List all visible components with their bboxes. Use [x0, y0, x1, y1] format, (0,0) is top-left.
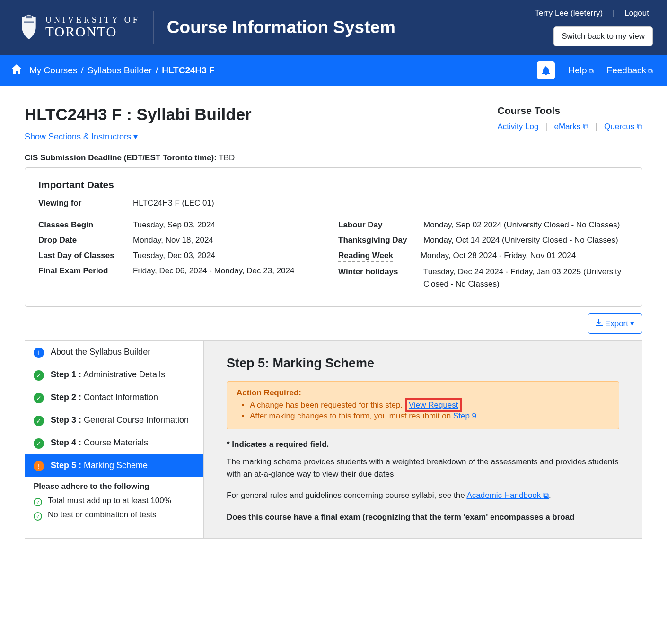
user-name-link[interactable]: Terry Lee (leeterry) — [531, 9, 607, 17]
date-label: Labour Day — [338, 219, 423, 231]
app-title: Course Information System — [167, 17, 395, 37]
external-link-icon: ⧉ — [543, 491, 549, 500]
date-label: Classes Begin — [38, 219, 133, 231]
page-title: HLTC24H3 F : Syllabi Builder — [25, 105, 252, 124]
info-icon: i — [34, 348, 44, 358]
check-circle-icon: ✓ — [34, 438, 44, 449]
exclamation-icon: ! — [34, 461, 44, 471]
bell-icon — [542, 66, 550, 75]
feedback-link[interactable]: Feedback⧉ — [607, 65, 653, 76]
breadcrumb-current: HLTC24H3 F — [162, 65, 215, 76]
download-icon — [596, 319, 603, 329]
sidebar-step-5[interactable]: !Step 5 : Marking Scheme — [25, 454, 203, 477]
date-value: Tuesday, Sep 03, 2024 — [133, 219, 329, 231]
breadcrumb-syllabus-builder[interactable]: Syllabus Builder — [88, 65, 152, 76]
sidebar-step-4[interactable]: ✓Step 4 : Course Materials — [25, 432, 203, 454]
breadcrumb-bar: My Courses / Syllabus Builder / HLTC24H3… — [0, 55, 667, 86]
home-icon[interactable] — [11, 64, 22, 77]
date-label: Last Day of Classes — [38, 250, 133, 262]
date-value: Monday, Oct 14 2024 (University Closed -… — [423, 234, 629, 246]
external-link-icon: ⧉ — [583, 122, 588, 131]
help-link[interactable]: Help⧉ — [568, 65, 593, 76]
step-title: Step 5: Marking Scheme — [227, 356, 619, 371]
check-outline-icon: ✓ — [34, 498, 42, 506]
sidebar-about[interactable]: i About the Syllabus Builder — [25, 341, 203, 364]
content-para-1: The marking scheme provides students wit… — [227, 456, 619, 480]
date-label: Final Exam Period — [38, 265, 133, 277]
date-value: Monday, Nov 18, 2024 — [133, 234, 329, 246]
content-para-2: For general rules and guidelines concern… — [227, 489, 619, 502]
highlight-box: View Request — [405, 398, 462, 412]
notifications-button[interactable] — [537, 61, 555, 79]
step-sidebar: i About the Syllabus Builder ✓Step 1 : A… — [25, 341, 204, 538]
university-label-bottom: TORONTO — [45, 25, 140, 39]
deadline-label: CIS Submission Deadline (EDT/EST Toronto… — [25, 153, 217, 162]
date-value: Monday, Sep 02 2024 (University Closed -… — [423, 219, 629, 231]
date-label: Thanksgiving Day — [338, 234, 423, 246]
switch-view-button[interactable]: Switch back to my view — [553, 26, 653, 46]
date-value: Tuesday, Dec 24 2024 - Friday, Jan 03 20… — [423, 266, 629, 290]
export-button[interactable]: Export ▾ — [588, 313, 642, 334]
external-link-icon: ⧉ — [648, 67, 653, 75]
check-circle-icon: ✓ — [34, 370, 44, 381]
svg-rect-1 — [24, 21, 34, 23]
check-circle-icon: ✓ — [34, 416, 44, 426]
caret-down-icon: ▾ — [133, 132, 138, 141]
sidebar-note: ✓No test or combination of tests — [25, 508, 203, 522]
step-content: Step 5: Marking Scheme Action Required: … — [204, 341, 642, 538]
logout-link[interactable]: Logout — [621, 9, 653, 17]
check-circle-icon: ✓ — [34, 393, 44, 403]
university-crest-icon — [19, 13, 39, 42]
important-dates-box: Important Dates Viewing for HLTC24H3 F (… — [25, 167, 642, 307]
academic-handbook-link[interactable]: Academic Handbook ⧉ — [466, 491, 549, 500]
required-field-note: * Indicates a required field. — [227, 440, 619, 449]
viewing-for-value: HLTC24H3 F (LEC 01) — [133, 197, 629, 209]
show-sections-toggle[interactable]: Show Sections & Instructors ▾ — [25, 132, 138, 141]
date-label: Reading Week — [338, 250, 393, 263]
viewing-for-label: Viewing for — [38, 197, 133, 209]
important-dates-title: Important Dates — [38, 179, 629, 191]
step9-link[interactable]: Step 9 — [453, 411, 476, 420]
caret-down-icon: ▾ — [630, 319, 634, 329]
emarks-link[interactable]: eMarks ⧉ — [554, 122, 588, 131]
breadcrumb-my-courses[interactable]: My Courses — [29, 65, 77, 76]
view-request-link[interactable]: View Request — [409, 400, 458, 409]
date-label: Winter holidays — [338, 266, 423, 290]
sidebar-note: ✓Total must add up to at least 100% — [25, 494, 203, 508]
logo-block: UNIVERSITY OF TORONTO — [19, 13, 140, 42]
sidebar-step-3[interactable]: ✓Step 3 : General Course Information — [25, 409, 203, 432]
sidebar-note-title: Please adhere to the following — [25, 477, 203, 494]
date-value: Tuesday, Dec 03, 2024 — [133, 250, 329, 262]
course-tools-title: Course Tools — [497, 105, 642, 116]
sidebar-step-2[interactable]: ✓Step 2 : Contact Information — [25, 386, 203, 409]
university-label-top: UNIVERSITY OF — [45, 16, 140, 25]
date-value: Monday, Oct 28 2024 - Friday, Nov 01 202… — [421, 250, 629, 263]
app-header: UNIVERSITY OF TORONTO Course Information… — [0, 0, 667, 55]
final-exam-question: Does this course have a final exam (reco… — [227, 511, 619, 523]
svg-rect-0 — [26, 16, 32, 18]
deadline-value: TBD — [219, 153, 235, 162]
date-label: Drop Date — [38, 234, 133, 246]
activity-log-link[interactable]: Activity Log — [497, 122, 538, 131]
action-required-alert: Action Required: A change has been reque… — [227, 381, 619, 429]
external-link-icon: ⧉ — [589, 67, 594, 75]
external-link-icon: ⧉ — [637, 122, 642, 131]
header-divider — [153, 11, 154, 44]
sidebar-step-1[interactable]: ✓Step 1 : Administrative Details — [25, 364, 203, 386]
separator: | — [609, 9, 618, 17]
date-value: Friday, Dec 06, 2024 - Monday, Dec 23, 2… — [133, 265, 329, 277]
quercus-link[interactable]: Quercus ⧉ — [604, 122, 642, 131]
check-outline-icon: ✓ — [34, 512, 42, 521]
